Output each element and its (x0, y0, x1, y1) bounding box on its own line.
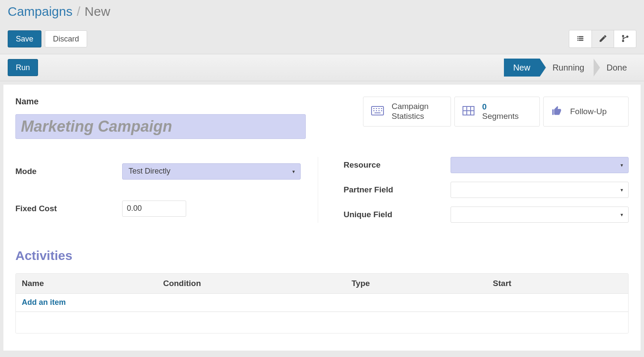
svg-point-1 (622, 40, 624, 41)
activities-table: Name Condition Type Start Add an item (15, 273, 629, 333)
unique-field-select[interactable] (451, 207, 629, 223)
activities-title: Activities (15, 248, 629, 263)
partner-field-select[interactable] (451, 182, 629, 198)
unique-field-label: Unique Field (344, 210, 451, 219)
breadcrumb-current: New (85, 4, 110, 19)
form-view-button[interactable] (591, 30, 614, 47)
svg-point-2 (626, 36, 628, 37)
segments-label: Segments (482, 112, 519, 121)
followup-button[interactable]: Follow-Up (543, 97, 629, 127)
run-button[interactable]: Run (8, 59, 38, 76)
fixed-cost-label: Fixed Cost (15, 204, 122, 213)
campaign-statistics-label: Campaign Statistics (392, 102, 443, 121)
col-start: Start (487, 274, 628, 293)
stage-new[interactable]: New (504, 59, 540, 77)
form-sheet: Name Campaign Statistics (3, 85, 641, 351)
branch-view-button[interactable] (614, 30, 636, 47)
thumbs-up-icon (551, 105, 562, 118)
discard-button[interactable]: Discard (45, 30, 87, 47)
col-type: Type (345, 274, 487, 293)
stage-new-label: New (513, 63, 530, 73)
mode-value: Test Directly (129, 167, 170, 176)
name-label: Name (15, 97, 331, 106)
edit-icon (599, 34, 607, 44)
branch-icon (621, 34, 629, 44)
resource-select[interactable] (451, 157, 629, 173)
view-switch (569, 30, 636, 48)
table-row: Add an item (16, 294, 628, 312)
grid-icon (463, 106, 474, 118)
list-icon (576, 34, 585, 44)
resource-label: Resource (344, 160, 451, 170)
stage-done-label: Done (606, 63, 627, 73)
breadcrumb: Campaigns / New (8, 4, 636, 19)
statusbar: Run New Running Done (0, 54, 644, 81)
campaign-statistics-button[interactable]: Campaign Statistics (363, 97, 451, 127)
segments-button[interactable]: 0 Segments (454, 97, 540, 127)
mode-label: Mode (15, 167, 122, 176)
breadcrumb-separator: / (77, 4, 80, 19)
col-condition: Condition (157, 274, 345, 293)
col-name: Name (16, 274, 157, 293)
add-item-link[interactable]: Add an item (22, 298, 66, 307)
segments-count: 0 (482, 102, 519, 112)
followup-label: Follow-Up (570, 107, 607, 116)
stage-running[interactable]: Running (540, 59, 594, 77)
stage-running-label: Running (553, 63, 585, 73)
keyboard-icon (371, 106, 384, 118)
mode-select[interactable]: Test Directly (122, 163, 301, 180)
save-button[interactable]: Save (8, 30, 41, 47)
table-footer (16, 312, 628, 333)
list-view-button[interactable] (569, 30, 591, 47)
svg-point-0 (622, 35, 624, 36)
fixed-cost-input[interactable] (122, 201, 186, 217)
activities-thead: Name Condition Type Start (16, 274, 628, 294)
action-bar: Save Discard (8, 30, 636, 48)
stage-indicator: New Running Done (504, 59, 636, 77)
topbar: Campaigns / New Save Discard (0, 0, 644, 54)
partner-field-label: Partner Field (344, 185, 451, 195)
breadcrumb-parent-link[interactable]: Campaigns (8, 4, 73, 19)
name-input[interactable] (15, 114, 306, 139)
